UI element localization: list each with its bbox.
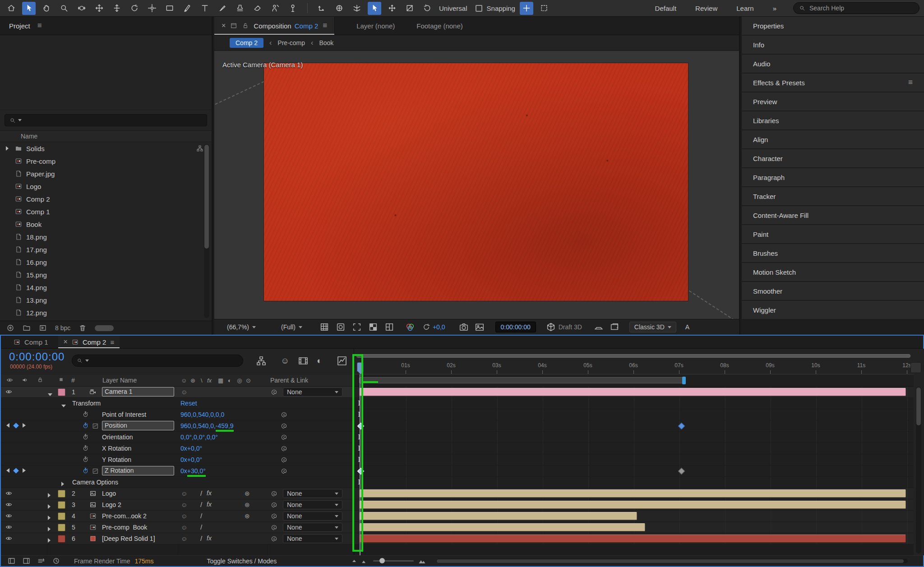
pickwhip-icon[interactable] (281, 445, 287, 452)
keyframe[interactable] (678, 468, 685, 475)
eye-toggle[interactable] (5, 388, 12, 395)
shy-switch[interactable]: ☺ (181, 512, 187, 520)
property-value[interactable]: 0x+0,0° (180, 445, 202, 452)
graph-editor-icon[interactable] (337, 355, 347, 366)
view-axis-mode[interactable] (350, 2, 364, 15)
current-time-button[interactable]: 0:00:00:00 (495, 322, 536, 332)
eraser-tool[interactable] (251, 2, 264, 15)
extended-viewer-icon[interactable] (610, 322, 619, 332)
trash-icon[interactable] (79, 324, 87, 332)
fx-switch[interactable]: fx (207, 535, 212, 542)
tab-comp-1[interactable]: Comp 1 (8, 336, 54, 348)
pan-behind-tool[interactable] (145, 2, 159, 15)
hide-shy-layers-icon[interactable]: ☺ (281, 356, 289, 365)
draft-3d-icon[interactable] (546, 322, 556, 332)
pickwhip-icon[interactable] (271, 535, 277, 542)
comp-marker-bin[interactable] (910, 362, 921, 373)
label-swatch[interactable] (58, 388, 65, 396)
shy-switch[interactable]: ☺ (181, 535, 187, 542)
universal-gizmo-label[interactable]: Universal (439, 5, 467, 12)
view-layout-icon[interactable] (384, 322, 394, 332)
layer-duration-bar[interactable] (359, 501, 906, 509)
panel-tab-character[interactable]: Character (742, 149, 924, 168)
region-of-interest-icon[interactable] (352, 322, 362, 332)
layer-row[interactable]: 1 Camera 1 ☺ None (1, 387, 354, 398)
gizmo-select-tool[interactable] (368, 2, 381, 15)
selection-tool[interactable] (22, 2, 36, 15)
label-swatch[interactable] (58, 535, 65, 543)
property-name[interactable]: Point of Interest (102, 411, 146, 418)
property-name[interactable]: Y Rotation (102, 456, 131, 463)
rectangle-tool[interactable] (163, 2, 176, 15)
layer-name[interactable]: [Deep Red Solid 1] (102, 535, 155, 542)
project-column-header[interactable]: Name (0, 130, 212, 142)
project-item-13-png[interactable]: 13.png (0, 294, 212, 306)
number-column-header[interactable]: # (71, 377, 75, 384)
property-name[interactable]: X Rotation (102, 445, 131, 452)
brush-tool[interactable] (216, 2, 229, 15)
project-item-12-png[interactable]: 12.png (0, 306, 212, 319)
label-swatch[interactable] (58, 501, 65, 509)
mini-flowchart-icon[interactable] (256, 355, 267, 366)
mask-path-visibility-icon[interactable] (336, 322, 346, 332)
panel-tab-motion-sketch[interactable]: Motion Sketch (742, 263, 924, 282)
group-expand-toggle[interactable] (61, 401, 66, 409)
label-swatch[interactable] (58, 524, 65, 531)
audio-column-icon[interactable] (22, 377, 28, 383)
snapping-checkbox[interactable] (476, 5, 482, 12)
project-item-solids[interactable]: Solids (0, 142, 212, 155)
tab-composition[interactable]: × Composition Comp 2 ≡ (214, 17, 335, 35)
lock-column-icon[interactable] (37, 377, 43, 383)
eye-toggle[interactable] (5, 524, 12, 530)
threed-column-icon[interactable]: ⊙ (246, 377, 251, 384)
property-name[interactable]: Orientation (102, 433, 133, 441)
pickwhip-icon[interactable] (281, 468, 287, 475)
parent-link-select[interactable]: None (283, 512, 342, 521)
property-row[interactable]: X Rotation 0x+0,0° (1, 443, 354, 454)
property-value[interactable]: 0,0°,0,0°,0,0° (180, 433, 218, 441)
quality-column-icon[interactable]: \ (201, 377, 203, 384)
close-tab-icon[interactable]: × (64, 338, 68, 346)
fx-column-icon[interactable]: fx (207, 377, 212, 384)
layer-row[interactable]: 5 Pre-comp Book ☺ / None (1, 522, 354, 533)
property-value[interactable]: 0x+30,0° (180, 467, 206, 475)
quality-switch[interactable]: / (200, 501, 202, 508)
zoom-tool[interactable] (57, 2, 71, 15)
pickwhip-icon[interactable] (281, 456, 287, 463)
workspace-review[interactable]: Review (695, 5, 717, 12)
stopwatch-icon[interactable] (82, 456, 89, 463)
zoom-in-icon[interactable] (418, 557, 426, 565)
breadcrumb-comp-2[interactable]: Comp 2 (230, 38, 263, 48)
eye-toggle[interactable] (5, 501, 12, 508)
parent-link-select[interactable]: None (283, 534, 342, 543)
layer-row[interactable]: 4 Pre-com...ook 2 ☺ / ⊛ None (1, 511, 354, 522)
property-row[interactable]: Point of Interest 960,0,540,0,0,0 (1, 409, 354, 420)
panel-tab-tracker[interactable]: Tracker (742, 187, 924, 206)
time-ruler[interactable]: 01s02s03s04s05s06s07s08s09s10s11s12s (354, 360, 914, 374)
home-button[interactable] (5, 2, 18, 15)
panel-tab-brushes[interactable]: Brushes (742, 244, 924, 263)
shy-switch[interactable]: ☺ (181, 388, 187, 396)
expand-toggle[interactable] (48, 390, 52, 397)
quality-switch[interactable]: / (200, 535, 202, 542)
expand-toggle[interactable] (48, 525, 51, 533)
project-item-paper-jpg[interactable]: Paper.jpg (0, 167, 212, 180)
tab-comp-2[interactable]: × Comp 2 ≡ (58, 336, 120, 348)
render-time-pane-icon[interactable] (52, 557, 60, 565)
panel-tab-paint[interactable]: Paint (742, 225, 924, 244)
project-item-15-png[interactable]: 15.png (0, 268, 212, 281)
group-name[interactable]: Transform (72, 400, 101, 407)
shy-switch[interactable]: ☺ (181, 524, 187, 531)
panel-menu-icon[interactable]: ≡ (110, 338, 114, 346)
project-item-logo[interactable]: Logo (0, 180, 212, 193)
panel-menu-icon[interactable]: ≡ (37, 21, 42, 30)
parent-link-select[interactable]: None (283, 500, 342, 509)
workspace-default[interactable]: Default (655, 5, 677, 12)
composition-viewport[interactable]: Active Camera (Camera 1) (214, 51, 739, 319)
project-item-16-png[interactable]: 16.png (0, 256, 212, 268)
world-axis-mode[interactable] (333, 2, 346, 15)
eye-toggle[interactable] (5, 535, 12, 542)
magnification-select[interactable]: (66,7%) (227, 323, 256, 331)
collapse-column-icon[interactable]: ⊛ (190, 377, 195, 384)
project-search[interactable] (5, 114, 207, 126)
